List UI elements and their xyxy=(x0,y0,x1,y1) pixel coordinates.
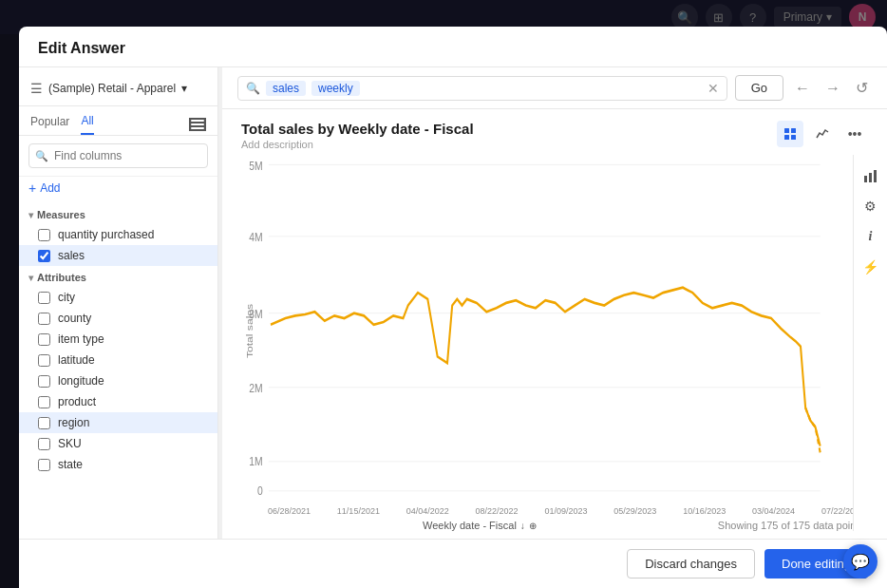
go-button[interactable]: Go xyxy=(735,75,783,101)
chart-wrapper: 5M 4M 3M 2M 1M 0 Total xyxy=(241,152,830,510)
svg-text:1M: 1M xyxy=(249,454,262,469)
sku-checkbox[interactable] xyxy=(38,438,50,450)
list-item[interactable]: quantity purchased xyxy=(19,224,217,245)
item-type-checkbox[interactable] xyxy=(38,333,50,346)
line-view-button[interactable] xyxy=(809,121,836,147)
list-icon: ☰ xyxy=(30,81,43,96)
list-item[interactable]: region xyxy=(19,412,217,433)
svg-rect-18 xyxy=(869,173,872,182)
tab-popular[interactable]: Popular xyxy=(30,115,69,134)
svg-text:Total sales: Total sales xyxy=(245,303,255,358)
chart-type-button[interactable] xyxy=(858,162,884,189)
svg-text:0: 0 xyxy=(257,484,263,499)
info-button[interactable]: i xyxy=(858,223,884,250)
svg-rect-2 xyxy=(784,135,789,140)
list-item[interactable]: sales xyxy=(19,245,217,266)
longitude-checkbox[interactable] xyxy=(38,375,50,388)
sort-icon[interactable]: ↓ xyxy=(520,521,525,531)
attributes-section-header[interactable]: ▾ Attributes xyxy=(19,266,217,287)
chart-subtitle[interactable]: Add description xyxy=(241,139,474,150)
quantity-purchased-label: quantity purchased xyxy=(58,228,208,241)
city-label: city xyxy=(58,291,208,304)
search-small-icon: 🔍 xyxy=(35,150,48,162)
list-item[interactable]: product xyxy=(19,391,217,412)
sales-label: sales xyxy=(58,249,208,262)
data-points-label: Showing 175 of 175 data points xyxy=(718,520,864,531)
search-tag-sales[interactable]: sales xyxy=(266,81,306,96)
line-chart: 5M 4M 3M 2M 1M 0 Total xyxy=(241,152,830,510)
expand-icon[interactable]: ⊕ xyxy=(529,521,537,531)
list-item[interactable]: longitude xyxy=(19,370,217,391)
add-column-row[interactable]: + Add xyxy=(19,177,217,199)
latitude-checkbox[interactable] xyxy=(38,354,50,367)
sidebar-search-area: 🔍 xyxy=(19,136,217,177)
forward-button[interactable]: → xyxy=(821,78,844,99)
chevron-down-icon: ▾ xyxy=(181,82,187,95)
tab-all[interactable]: All xyxy=(81,114,93,135)
list-item[interactable]: item type xyxy=(19,329,217,350)
refresh-button[interactable]: ↺ xyxy=(852,77,872,99)
search-tag-weekly[interactable]: weekly xyxy=(311,81,360,96)
list-item[interactable]: county xyxy=(19,308,217,329)
region-checkbox[interactable] xyxy=(38,417,50,429)
svg-rect-1 xyxy=(791,128,796,133)
edit-answer-modal: Edit Answer ☰ (Sample) Retail - Apparel … xyxy=(19,27,887,588)
chart-title: Total sales by Weekly date - Fiscal xyxy=(241,121,474,137)
chevron-icon: ▾ xyxy=(28,210,33,220)
product-label: product xyxy=(58,395,208,408)
right-toolbar: ⚙ i ⚡ xyxy=(853,155,887,531)
search-bar: 🔍 sales weekly ✕ Go ← → ↺ xyxy=(222,67,887,109)
svg-text:4M: 4M xyxy=(249,230,262,245)
svg-rect-3 xyxy=(791,135,796,140)
x-axis-text: Weekly date - Fiscal xyxy=(423,520,517,531)
clear-search-icon[interactable]: ✕ xyxy=(708,81,719,96)
discard-changes-button[interactable]: Discard changes xyxy=(627,549,755,579)
table-view-button[interactable] xyxy=(777,121,803,147)
chart-footer: Weekly date - Fiscal ↓ ⊕ Showing 175 of … xyxy=(241,520,864,531)
sidebar: ☰ (Sample) Retail - Apparel ▾ Popular Al… xyxy=(19,67,218,539)
list-item[interactable]: SKU xyxy=(19,433,217,454)
datasource-selector[interactable]: ☰ (Sample) Retail - Apparel ▾ xyxy=(30,77,206,100)
svg-text:5M: 5M xyxy=(249,159,262,174)
tabs-row: Popular All xyxy=(19,106,217,136)
sales-checkbox[interactable] xyxy=(38,250,50,262)
sku-label: SKU xyxy=(58,437,208,450)
chevron-icon: ▾ xyxy=(28,273,33,283)
chart-title-group: Total sales by Weekly date - Fiscal Add … xyxy=(241,121,474,150)
svg-rect-0 xyxy=(784,128,789,133)
state-label: state xyxy=(58,458,208,471)
list-item[interactable]: city xyxy=(19,287,217,308)
item-type-label: item type xyxy=(58,332,208,346)
x-axis-label[interactable]: Weekly date - Fiscal ↓ ⊕ xyxy=(423,520,537,531)
list-item[interactable]: latitude xyxy=(19,350,217,370)
find-columns-input[interactable] xyxy=(28,143,208,168)
back-button[interactable]: ← xyxy=(791,78,814,99)
latitude-label: latitude xyxy=(58,353,208,367)
chart-area: Total sales by Weekly date - Fiscal Add … xyxy=(222,109,887,539)
city-checkbox[interactable] xyxy=(38,292,50,304)
search-bar-inner[interactable]: 🔍 sales weekly ✕ xyxy=(237,76,727,101)
product-checkbox[interactable] xyxy=(38,396,50,408)
state-checkbox[interactable] xyxy=(38,459,50,471)
lightning-button[interactable]: ⚡ xyxy=(858,254,884,280)
more-options-button[interactable]: ••• xyxy=(841,121,868,147)
columns-icon[interactable] xyxy=(189,118,206,131)
datasource-label: (Sample) Retail - Apparel xyxy=(48,82,176,95)
modal-header: Edit Answer xyxy=(19,27,887,67)
longitude-label: longitude xyxy=(58,374,208,388)
measures-section-header[interactable]: ▾ Measures xyxy=(19,203,217,224)
county-checkbox[interactable] xyxy=(38,313,50,325)
svg-rect-19 xyxy=(874,170,877,182)
list-item[interactable]: state xyxy=(19,454,217,475)
chat-bubble[interactable]: 💬 xyxy=(843,544,878,579)
county-label: county xyxy=(58,312,208,325)
quantity-purchased-checkbox[interactable] xyxy=(38,229,50,241)
settings-button[interactable]: ⚙ xyxy=(858,193,884,219)
search-icon: 🔍 xyxy=(246,82,260,95)
modal-body: ☰ (Sample) Retail - Apparel ▾ Popular Al… xyxy=(19,67,887,539)
region-label: region xyxy=(58,416,208,429)
plus-icon: + xyxy=(28,180,36,196)
chart-header: Total sales by Weekly date - Fiscal Add … xyxy=(241,121,868,150)
add-label: Add xyxy=(40,181,60,195)
modal-title: Edit Answer xyxy=(38,40,125,56)
